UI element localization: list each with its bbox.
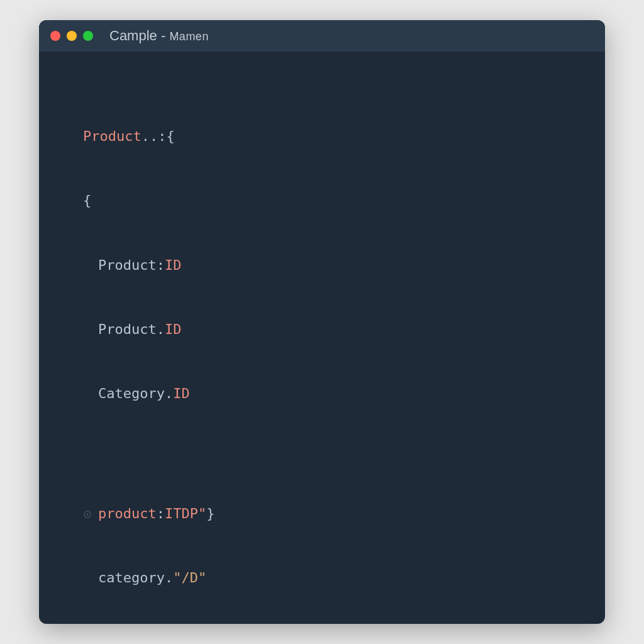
code-line: category."/D" [58,567,586,589]
code-line: product:ITDP"} [58,503,586,525]
code-line: Product.ID [58,319,586,340]
window-title: Cample - Mamen [109,28,209,44]
traffic-lights [50,31,93,41]
maximize-icon[interactable] [83,31,93,41]
title-separator: - [157,28,170,43]
code-line: Product..:{ [58,126,586,147]
close-icon[interactable] [50,31,60,41]
titlebar[interactable]: Cample - Mamen [39,20,605,52]
minimize-icon[interactable] [67,31,77,41]
title-sub: Mamen [169,30,209,43]
code-line: Product:ID [58,255,586,276]
breakpoint-icon[interactable] [83,504,92,513]
code-editor[interactable]: Product..:{ { Product:ID Product.ID Cate… [39,52,605,624]
editor-window: Cample - Mamen Product..:{ { Product:ID … [39,20,605,624]
code-line: { [58,190,586,211]
svg-point-1 [86,513,89,516]
title-main: Cample [109,28,157,43]
code-line: Category.ID [58,383,586,404]
